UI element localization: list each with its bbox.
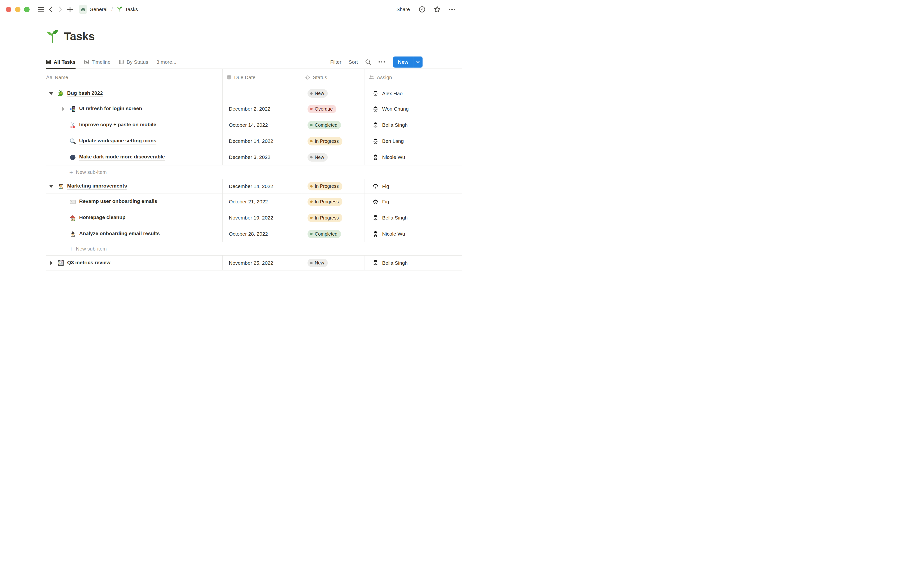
- task-title[interactable]: Homepage cleanup: [79, 214, 126, 221]
- task-title[interactable]: Bug bash 2022: [67, 90, 103, 97]
- view-more-icon[interactable]: [378, 61, 385, 63]
- due-date-cell[interactable]: December 2, 2022: [223, 101, 301, 117]
- table-row: Bug bash 2022 New Alex Hao: [46, 86, 462, 101]
- minimize-button[interactable]: [15, 7, 21, 12]
- task-title[interactable]: Update workspace setting icons: [79, 138, 157, 145]
- page-title[interactable]: Tasks: [64, 29, 95, 43]
- task-title[interactable]: Q3 metrics review: [67, 259, 110, 266]
- assignee-cell[interactable]: Nicole Wu: [365, 226, 462, 242]
- due-date-cell[interactable]: [223, 86, 301, 101]
- status-cell[interactable]: In Progress: [301, 194, 365, 210]
- due-date-cell[interactable]: December 3, 2022: [223, 149, 301, 165]
- assignee-cell[interactable]: Alex Hao: [365, 86, 462, 101]
- task-title[interactable]: Marketing improvements: [67, 183, 127, 190]
- status-cell[interactable]: Completed: [301, 117, 365, 133]
- status-cell[interactable]: New: [301, 149, 365, 165]
- assignee-name: Bella Singh: [382, 215, 408, 221]
- status-cell[interactable]: New: [301, 256, 365, 270]
- avatar: [372, 198, 379, 205]
- new-sub-item-label: New sub-item: [76, 246, 107, 252]
- task-title[interactable]: Analyze onboarding email results: [79, 230, 160, 237]
- assignee-cell[interactable]: Ben Lang: [365, 133, 462, 149]
- table-row: Homepage cleanup November 19, 2022 In Pr…: [46, 210, 462, 226]
- column-header-status[interactable]: Status: [301, 69, 365, 86]
- due-date-cell[interactable]: October 28, 2022: [223, 226, 301, 242]
- nav-back-button[interactable]: [46, 5, 56, 14]
- table-view-icon: [46, 59, 51, 64]
- seedling-icon: [117, 6, 123, 13]
- new-sub-item-row[interactable]: + New sub-item: [46, 242, 462, 256]
- collapse-toggle[interactable]: [48, 92, 54, 95]
- sort-button[interactable]: Sort: [349, 59, 358, 65]
- assignee-cell[interactable]: Won Chung: [365, 101, 462, 117]
- task-title[interactable]: Revamp user onboarding emails: [79, 198, 157, 205]
- status-cell[interactable]: Overdue: [301, 101, 365, 117]
- chevron-left-icon: [48, 6, 53, 13]
- tab-more-views[interactable]: 3 more...: [157, 55, 176, 69]
- close-button[interactable]: [6, 7, 11, 12]
- favorite-star-icon[interactable]: [434, 6, 441, 13]
- sidebar-menu-button[interactable]: [36, 5, 46, 14]
- tab-timeline[interactable]: Timeline: [84, 55, 111, 69]
- due-date-cell[interactable]: November 25, 2022: [223, 256, 301, 270]
- assignee-name: Fig: [382, 199, 389, 205]
- status-cell[interactable]: Completed: [301, 226, 365, 242]
- column-header-assign[interactable]: Assign: [365, 69, 462, 86]
- status-badge: In Progress: [307, 214, 342, 222]
- search-icon[interactable]: [365, 59, 371, 65]
- tab-by-status[interactable]: By Status: [119, 55, 148, 69]
- due-date-cell[interactable]: December 14, 2022: [223, 179, 301, 193]
- assignee-cell[interactable]: Bella Singh: [365, 256, 462, 270]
- status-cell[interactable]: In Progress: [301, 133, 365, 149]
- updates-clock-icon[interactable]: [419, 6, 425, 13]
- assignee-name: Bella Singh: [382, 122, 408, 128]
- more-options-icon[interactable]: [449, 9, 456, 10]
- status-badge: New: [307, 153, 328, 161]
- chevron-down-icon: [416, 61, 420, 63]
- table-row: Improve copy + paste on mobile October 1…: [46, 117, 462, 133]
- table-row: Revamp user onboarding emails October 21…: [46, 194, 462, 210]
- column-label: Status: [313, 74, 327, 80]
- task-title[interactable]: Improve copy + paste on mobile: [79, 122, 156, 128]
- new-sub-item-row[interactable]: + New sub-item: [46, 165, 462, 179]
- due-date-cell[interactable]: October 14, 2022: [223, 117, 301, 133]
- filter-button[interactable]: Filter: [330, 59, 341, 65]
- new-button[interactable]: New: [393, 56, 413, 68]
- seedling-icon[interactable]: [46, 29, 60, 43]
- breadcrumb-label: General: [89, 6, 108, 12]
- due-date-cell[interactable]: December 14, 2022: [223, 133, 301, 149]
- collapse-toggle[interactable]: [48, 185, 54, 188]
- breadcrumb-general[interactable]: General: [77, 4, 109, 15]
- traffic-lights: [6, 7, 30, 12]
- breadcrumb-tasks[interactable]: Tasks: [115, 5, 140, 13]
- tab-label: Timeline: [92, 59, 111, 65]
- column-header-due-date[interactable]: Due Date: [223, 69, 301, 86]
- task-title[interactable]: Make dark mode more discoverable: [79, 154, 165, 161]
- status-badge: Completed: [307, 121, 341, 129]
- status-cell[interactable]: In Progress: [301, 210, 365, 226]
- tab-all-tasks[interactable]: All Tasks: [46, 55, 76, 69]
- nav-forward-button[interactable]: [56, 5, 65, 14]
- status-cell[interactable]: New: [301, 86, 365, 101]
- assignee-cell[interactable]: Fig: [365, 179, 462, 193]
- people-icon: [368, 75, 375, 80]
- zoom-button[interactable]: [24, 7, 30, 12]
- assignee-cell[interactable]: Nicole Wu: [365, 149, 462, 165]
- magnifier-icon: [69, 138, 76, 145]
- expand-toggle[interactable]: [48, 261, 54, 265]
- table-row: Make dark mode more discoverable Decembe…: [46, 149, 462, 165]
- new-dropdown-button[interactable]: [414, 56, 423, 68]
- assignee-name: Nicole Wu: [382, 154, 405, 160]
- expand-toggle[interactable]: [60, 107, 66, 111]
- status-cell[interactable]: In Progress: [301, 179, 365, 193]
- assignee-cell[interactable]: Fig: [365, 194, 462, 210]
- share-button[interactable]: Share: [396, 5, 410, 13]
- plus-icon: [67, 6, 73, 12]
- new-page-button[interactable]: [65, 5, 75, 14]
- column-header-name[interactable]: Aa Name: [46, 69, 223, 86]
- due-date-cell[interactable]: November 19, 2022: [223, 210, 301, 226]
- assignee-cell[interactable]: Bella Singh: [365, 117, 462, 133]
- assignee-cell[interactable]: Bella Singh: [365, 210, 462, 226]
- task-title[interactable]: UI refresh for login screen: [79, 106, 142, 112]
- due-date-cell[interactable]: October 21, 2022: [223, 194, 301, 210]
